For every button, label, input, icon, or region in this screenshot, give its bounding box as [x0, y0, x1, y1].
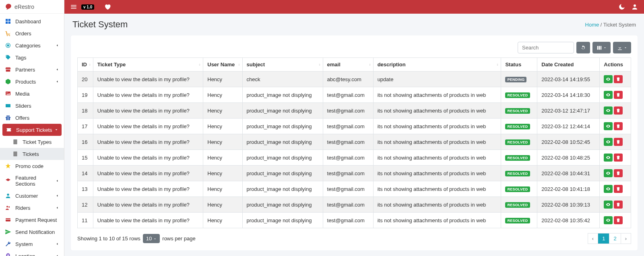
sidebar-item-payment-request[interactable]: Payment Request: [0, 214, 64, 226]
column-header: Status: [501, 58, 537, 72]
cell-user: Hency: [203, 197, 242, 213]
sidebar-item-categories[interactable]: Categories: [0, 39, 64, 51]
page-2[interactable]: 2: [609, 233, 621, 244]
column-header[interactable]: subject: [242, 58, 323, 72]
cell-user: Hency: [203, 87, 242, 103]
cube-icon: [5, 78, 11, 85]
column-header[interactable]: ID: [78, 58, 93, 72]
sidebar-item-featured-sections[interactable]: Featured Sections: [0, 172, 64, 190]
view-button[interactable]: [604, 106, 613, 115]
sidebar-item-sliders[interactable]: Sliders: [0, 100, 64, 112]
sort-icon: [318, 63, 321, 66]
column-header[interactable]: email: [323, 58, 373, 72]
sidebar-item-label: Support Tickets: [16, 127, 54, 133]
sidebar-subitem-tickets[interactable]: Tickets: [0, 148, 64, 160]
breadcrumb-home[interactable]: Home: [585, 22, 599, 28]
delete-button[interactable]: [614, 185, 623, 193]
page-next[interactable]: ›: [621, 233, 631, 244]
table-row: 14Unable to view the details in my profi…: [78, 166, 631, 181]
column-header[interactable]: description: [373, 58, 501, 72]
star-icon: [5, 163, 11, 169]
refresh-button[interactable]: [576, 42, 590, 53]
svg-rect-21: [6, 218, 10, 221]
view-button[interactable]: [604, 169, 613, 177]
view-button[interactable]: [604, 201, 613, 209]
sidebar-subitem-ticket-types[interactable]: Ticket Types: [0, 136, 64, 148]
search-input[interactable]: [518, 42, 574, 53]
cell-subject: product_image not displying: [242, 150, 323, 166]
sidebar-item-label: Location: [15, 253, 55, 256]
page-prev[interactable]: ‹: [588, 233, 598, 244]
columns-icon: [597, 45, 602, 51]
breadcrumb-current: Ticket System: [603, 22, 636, 28]
cell-description: its not showing attachments of products …: [373, 119, 501, 134]
pin-icon: [5, 253, 11, 256]
sidebar-item-system[interactable]: System: [0, 238, 64, 250]
sidebar-item-offers[interactable]: Offers: [0, 112, 64, 124]
page-1[interactable]: 1: [598, 233, 609, 244]
sidebar-item-riders[interactable]: Riders: [0, 202, 64, 214]
sidebar-item-send-notification[interactable]: Send Notification: [0, 226, 64, 238]
view-button[interactable]: [604, 185, 613, 193]
cell-subject: check: [242, 72, 323, 87]
delete-button[interactable]: [614, 106, 623, 115]
cell-subject: product_image not displying: [242, 87, 323, 103]
column-header[interactable]: User Name: [203, 58, 242, 72]
cell-id: 11: [78, 213, 93, 228]
status-badge: RESOLVED: [505, 218, 530, 223]
cell-user: Hency: [203, 134, 242, 150]
cell-actions: [600, 87, 631, 103]
status-badge: RESOLVED: [505, 108, 530, 114]
user-icon[interactable]: [631, 3, 638, 10]
card-icon: [5, 217, 11, 223]
delete-button[interactable]: [614, 216, 623, 224]
delete-button[interactable]: [614, 75, 623, 83]
main: v 1.0 Ticket System Home / Ticket System: [64, 0, 644, 256]
view-button[interactable]: [604, 122, 613, 130]
sidebar-item-promo-code[interactable]: Promo code: [0, 160, 64, 172]
sidebar-item-location[interactable]: Location: [0, 250, 64, 256]
status-badge: RESOLVED: [505, 186, 530, 192]
sidebar-item-orders[interactable]: Orders: [0, 27, 64, 39]
columns-button[interactable]: [592, 42, 611, 53]
version-badge: v 1.0: [81, 4, 94, 10]
table-row: 13Unable to view the details in my profi…: [78, 181, 631, 197]
heart-icon[interactable]: [104, 3, 111, 10]
delete-button[interactable]: [614, 169, 623, 177]
view-button[interactable]: [604, 216, 613, 224]
sidebar-item-support-tickets[interactable]: Support Tickets: [2, 124, 62, 136]
view-button[interactable]: [604, 138, 613, 146]
sidebar-item-customer[interactable]: Customer: [0, 190, 64, 202]
page-size-dropdown[interactable]: 10: [143, 234, 160, 243]
tag-icon: [5, 54, 11, 61]
menu-icon[interactable]: [70, 3, 77, 10]
cell-actions: [600, 72, 631, 87]
sidebar-item-label: Dashboard: [15, 18, 59, 25]
delete-button[interactable]: [614, 154, 623, 162]
sidebar-item-dashboard[interactable]: Dashboard: [0, 15, 64, 27]
sidebar-item-label: Offers: [15, 115, 59, 121]
svg-rect-27: [599, 46, 600, 49]
export-button[interactable]: [613, 42, 631, 53]
svg-point-18: [7, 194, 9, 196]
sidebar-item-products[interactable]: Products: [0, 76, 64, 88]
view-button[interactable]: [604, 75, 613, 83]
cell-email: test@gmail.com: [323, 87, 373, 103]
delete-button[interactable]: [614, 91, 623, 99]
view-button[interactable]: [604, 91, 613, 99]
cell-date: 2022-03-14 14:19:55: [537, 72, 600, 87]
view-button[interactable]: [604, 154, 613, 162]
column-header[interactable]: Ticket Type: [93, 58, 203, 72]
table-row: 19Unable to view the details in my profi…: [78, 87, 631, 103]
cell-date: 2022-03-12 12:44:14: [537, 119, 600, 134]
delete-button[interactable]: [614, 201, 623, 209]
chevron-left-icon: [55, 242, 59, 246]
moon-icon[interactable]: [618, 3, 625, 10]
sidebar-item-media[interactable]: Media: [0, 88, 64, 100]
delete-button[interactable]: [614, 122, 623, 130]
cell-status: RESOLVED: [501, 181, 537, 197]
sidebar-item-partners[interactable]: Partners: [0, 63, 64, 76]
sidebar-item-tags[interactable]: Tags: [0, 51, 64, 63]
page-title: Ticket System: [72, 19, 128, 30]
delete-button[interactable]: [614, 138, 623, 146]
